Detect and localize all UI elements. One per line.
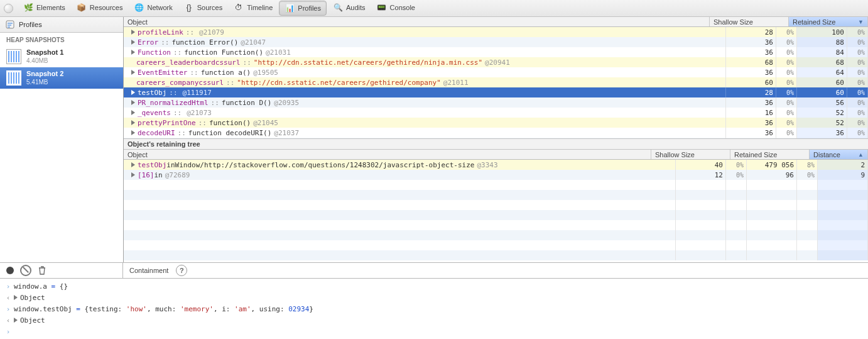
input-arrow-icon: › [5,282,11,291]
disclosure-icon[interactable] [14,318,18,323]
audits-icon: 🔍 [333,3,343,13]
object-row[interactable]: decodeURI :: function decodeURI()@210373… [124,128,868,138]
tab-label: Network [147,4,172,11]
network-icon: 🌐 [134,3,144,13]
console-text: Object [20,316,45,325]
tab-label: Sources [197,4,222,11]
object-grid-header: Object Shallow Size Retained Size▼ [124,17,868,27]
empty-row [124,240,868,250]
tab-profiles[interactable]: 📊Profiles [279,1,327,16]
col-retained[interactable]: Retained Size▼ [789,17,868,26]
retain-row[interactable]: testObj in Window / http://stackoverflow… [124,160,868,170]
disclosure-icon[interactable] [131,90,135,95]
object-row[interactable]: careers_leaderboardcssurl :: "http://cdn… [124,57,868,67]
snapshot-icon [6,70,21,86]
view-dropdown[interactable]: Containment [129,267,168,274]
empty-row [124,230,868,240]
col-object-2[interactable]: Object [124,150,651,159]
col-shallow-2[interactable]: Shallow Size [651,150,730,159]
devtools-toolbar: 🌿Elements📦Resources🌐Network{}Sources⏱Tim… [0,0,868,17]
console-line: ›window.a = {} [5,281,863,292]
empty-row [124,220,868,230]
disclosure-icon[interactable] [131,100,135,105]
prompt-icon[interactable]: › [5,328,11,336]
snapshot-item[interactable]: Snapshot 25.41MB [0,67,123,89]
empty-row [124,200,868,210]
object-row[interactable]: PR_normalizedHtml :: function D()@209353… [124,97,868,108]
col-distance[interactable]: Distance▲ [810,150,868,159]
sidebar-header: Profiles [0,17,123,33]
console-text: window.a = {} [14,282,68,291]
object-row[interactable]: Function :: function Function()@21031360… [124,47,868,57]
tab-timeline[interactable]: ⏱Timeline [229,1,278,14]
sidebar-title: Profiles [19,21,42,28]
empty-row [124,250,868,260]
object-row[interactable]: _qevents :: @21073160%520% [124,108,868,118]
sort-desc-icon: ▼ [858,19,864,25]
profiles-icon: 📊 [285,3,295,13]
input-arrow-icon: › [5,305,11,313]
col-shallow[interactable]: Shallow Size [710,17,789,26]
disclosure-icon[interactable] [131,30,135,35]
disclosure-icon[interactable] [131,172,135,177]
col-object[interactable]: Object [124,17,710,26]
object-row[interactable]: testObj :: @111917280%600% [124,87,868,97]
profiles-icon [5,19,15,30]
tab-label: Resources [90,4,123,11]
empty-row [124,210,868,220]
disclosure-icon[interactable] [131,40,135,45]
clear-icon[interactable] [20,265,31,276]
console-text: window.testObj = {testing: 'how', much: … [14,305,313,313]
disclosure-icon[interactable] [131,130,135,135]
output-arrow-icon: ‹ [5,294,11,302]
disclosure-icon[interactable] [131,162,135,167]
tab-elements[interactable]: 🌿Elements [18,1,70,14]
retaining-tree-label: Object's retaining tree [124,138,868,150]
object-row[interactable]: careers_companycssurl :: "http://cdn.sst… [124,77,868,87]
console-line: ‹Object [5,314,863,326]
retain-row[interactable]: [16] in @72689120%960%9 [124,170,868,180]
disclosure-icon[interactable] [131,110,135,115]
tab-network[interactable]: 🌐Network [129,1,177,14]
disclosure-icon[interactable] [131,50,135,55]
retain-grid-header: Object Shallow Size Retained Size Distan… [124,150,868,160]
tab-audits[interactable]: 🔍Audits [328,1,371,14]
sidebar-section-label: HEAP SNAPSHOTS [0,33,123,46]
object-row[interactable]: EventEmitter :: function a()@19505360%64… [124,67,868,77]
status-bar: Containment ? [0,262,868,279]
output-arrow-icon: ‹ [5,316,11,325]
retain-grid-body[interactable]: testObj in Window / http://stackoverflow… [124,160,868,262]
console-icon: 📟 [377,3,387,13]
console-drawer[interactable]: ›window.a = {}‹Object›window.testObj = {… [0,279,868,339]
record-icon[interactable] [6,267,14,274]
help-icon[interactable]: ? [176,265,187,276]
object-grid-body[interactable]: profileLink :: @21079280%1000%Error :: f… [124,27,868,138]
tab-console[interactable]: 📟Console [372,1,420,14]
snapshot-size: 5.41MB [26,78,63,86]
tab-resources[interactable]: 📦Resources [72,1,128,14]
col-retained-2[interactable]: Retained Size [730,150,810,159]
snapshot-size: 4.40MB [26,57,63,65]
snapshot-title: Snapshot 1 [26,48,63,57]
trash-icon[interactable] [38,266,46,275]
tab-label: Audits [346,4,366,11]
close-icon[interactable] [4,4,13,13]
disclosure-icon[interactable] [14,295,18,300]
snapshot-title: Snapshot 2 [26,70,63,78]
disclosure-icon[interactable] [131,70,135,75]
disclosure-icon[interactable] [131,120,135,125]
object-row[interactable]: Error :: function Error()@21047360%880% [124,37,868,47]
profiles-sidebar: Profiles HEAP SNAPSHOTS Snapshot 14.40MB… [0,17,124,262]
resources-icon: 📦 [77,3,87,13]
sort-asc-icon: ▲ [858,152,864,158]
object-row[interactable]: profileLink :: @21079280%1000% [124,27,868,37]
tab-label: Elements [36,4,65,11]
console-line: › [5,326,863,337]
empty-row [124,190,868,200]
object-row[interactable]: prettyPrintOne :: function()@21045360%52… [124,118,868,128]
snapshot-item[interactable]: Snapshot 14.40MB [0,46,123,67]
elements-icon: 🌿 [23,3,33,13]
sources-icon: {} [184,3,194,13]
console-line: ›window.testObj = {testing: 'how', much:… [5,303,863,314]
tab-sources[interactable]: {}Sources [179,1,227,14]
